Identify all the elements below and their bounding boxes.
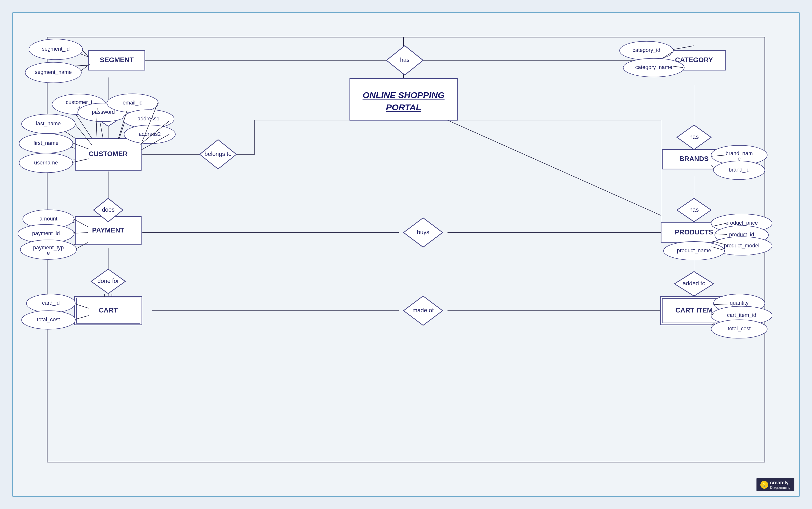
product-name-text: product_name <box>677 247 711 253</box>
svg-line-50 <box>448 120 661 215</box>
address2-text: address2 <box>139 131 161 137</box>
customer-label: CUSTOMER <box>89 150 128 158</box>
made-of-label: made of <box>413 307 434 313</box>
watermark: 💡 creately Diagramming <box>756 478 795 491</box>
last-name-text: last_name <box>36 121 61 127</box>
cart-label: CART <box>99 306 118 314</box>
cart-item-label: CART ITEM <box>675 306 713 314</box>
does-label: does <box>102 206 115 213</box>
has-brands-products-label: has <box>689 206 699 213</box>
cart-item-id-text: cart_item_id <box>727 312 756 318</box>
card-id-text: card_id <box>42 300 60 306</box>
category-name-text: category_name <box>635 64 672 70</box>
password-text: password <box>92 109 115 115</box>
has-cat-brands-label: has <box>689 133 699 140</box>
done-for-label: done for <box>98 277 119 284</box>
email-id-text: email_id <box>122 100 143 106</box>
segment-label: SEGMENT <box>100 56 134 64</box>
quantity-text: quantity <box>730 300 749 306</box>
watermark-text: creately Diagramming <box>770 480 790 489</box>
payment-id-text: payment_id <box>32 230 60 236</box>
payment-label: PAYMENT <box>92 226 124 234</box>
customer-id-text: customer_i <box>66 99 92 105</box>
added-to-label: added to <box>682 280 705 286</box>
first-name-text: first_name <box>34 140 59 146</box>
address1-text: address1 <box>138 115 159 122</box>
brand-id-text: brand_id <box>729 167 750 173</box>
total-cost-cart-text: total_cost <box>37 316 60 323</box>
category-label: CATEGORY <box>675 56 713 64</box>
segment-id-text: segment_id <box>42 46 69 52</box>
diagram-canvas: SEGMENT CUSTOMER PAYMENT CART CATEGORY B… <box>12 12 800 497</box>
watermark-icon: 💡 <box>761 481 768 489</box>
product-model-text: product_model <box>724 242 760 249</box>
username-text: username <box>34 160 58 166</box>
has-top-label: has <box>400 57 410 63</box>
product-price-text: product_price <box>726 220 758 226</box>
total-cost-cartitem-text: total_cost <box>728 326 750 332</box>
segment-name-text: segment_name <box>35 69 72 75</box>
buys-label: buys <box>417 229 430 235</box>
category-id-text: category_id <box>632 47 660 53</box>
amount-text: amount <box>39 215 57 222</box>
main-title-line2: PORTAL <box>386 102 421 112</box>
brands-label: BRANDS <box>679 155 709 163</box>
products-label: PRODUCTS <box>675 228 713 236</box>
payment-type-text2: e <box>47 250 50 256</box>
main-title-line1: ONLINE SHOPPING <box>363 90 444 100</box>
belongs-to-label: belongs to <box>205 150 231 157</box>
